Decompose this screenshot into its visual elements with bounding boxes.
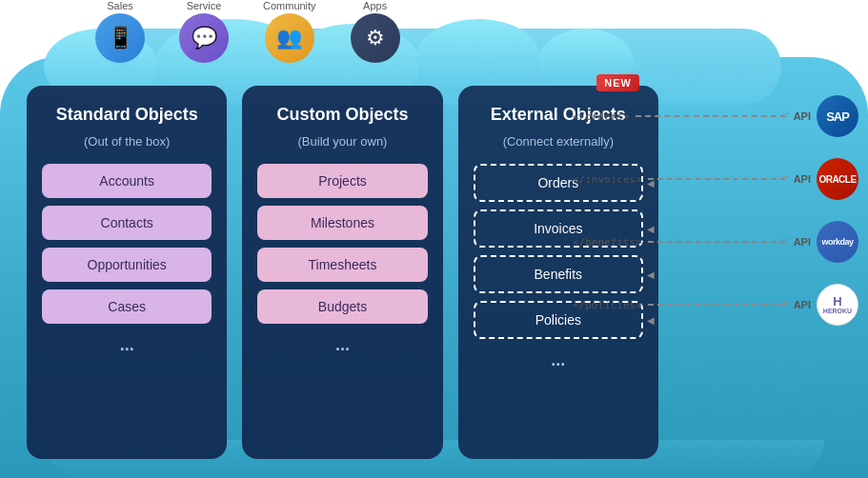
external-dots: ... [474,350,643,370]
service-label: Service [187,0,222,11]
custom-item-budgets[interactable]: Budgets [257,289,427,324]
standard-objects-title: Standard Objects [42,105,212,125]
custom-objects-subtitle: (Build your own) [257,134,427,149]
new-badge: NEW [596,74,639,91]
invoices-tag: </invoices> [573,173,642,186]
standard-item-accounts[interactable]: Accounts [42,164,212,198]
custom-item-projects[interactable]: Projects [257,164,427,198]
orders-api-label: API [794,110,811,122]
apps-icon-circle[interactable]: ⚙ [351,13,400,63]
custom-objects-panel: Custom Objects (Build your own) Projects… [242,86,442,459]
policies-api-label: API [794,299,811,310]
policies-dashes [648,304,786,306]
sap-logo: SAP [817,95,858,137]
main-content: Sales 📱 Service 💬 Community 👥 Apps ⚙ [0,0,868,478]
workday-text: workday [821,237,853,247]
benefits-api-label: API [794,236,811,248]
orders-tag: </orders> [573,110,630,123]
oracle-text: ORACLE [818,174,856,185]
api-row-orders: </orders> API SAP [573,95,858,137]
standard-item-opportunities[interactable]: Opportunities [42,248,212,282]
sap-text: SAP [826,110,849,124]
custom-objects-title: Custom Objects [257,105,427,125]
icon-item-community: Community 👥 [263,0,316,63]
api-connections-area: </orders> API SAP </invoices> API ORACLE… [573,95,858,326]
standard-objects-subtitle: (Out of the box) [42,134,212,149]
service-icon: 💬 [192,26,217,50]
heroku-text: HEROKU [823,308,852,314]
sales-label: Sales [107,0,133,11]
api-row-benefits: </benefits> API workday [573,221,858,263]
service-icon-circle[interactable]: 💬 [179,13,229,63]
custom-item-timesheets[interactable]: Timesheets [257,248,427,282]
standard-objects-panel: Standard Objects (Out of the box) Accoun… [27,86,227,459]
workday-logo: workday [817,221,858,263]
sales-icon: 📱 [108,26,133,50]
benefits-tag: </benefits> [573,236,642,249]
apps-label: Apps [363,0,387,11]
custom-item-milestones[interactable]: Milestones [257,206,427,240]
community-label: Community [263,0,316,11]
apps-icon: ⚙ [366,26,385,50]
icon-item-sales: Sales 📱 [95,0,145,63]
benefits-dashes [648,241,786,243]
policies-tag: </policies> [573,299,642,311]
standard-item-cases[interactable]: Cases [42,289,212,324]
custom-dots: ... [257,335,427,355]
api-row-invoices: </invoices> API ORACLE [573,158,858,200]
community-icon-circle[interactable]: 👥 [265,13,314,63]
heroku-h: H [833,295,841,308]
api-row-policies: </policies> API H HEROKU [573,284,858,326]
heroku-logo: H HEROKU [817,284,858,326]
icon-item-service: Service 💬 [179,0,229,63]
invoices-dashes [648,178,786,180]
invoices-api-label: API [794,173,811,185]
standard-dots: ... [42,335,212,355]
community-icon: 👥 [276,26,302,50]
icon-item-apps: Apps ⚙ [351,0,400,63]
top-icons-bar: Sales 📱 Service 💬 Community 👥 Apps ⚙ [95,0,400,63]
oracle-logo: ORACLE [817,158,858,200]
orders-dashes [636,115,786,117]
sales-icon-circle[interactable]: 📱 [95,13,145,63]
standard-item-contacts[interactable]: Contacts [42,206,212,240]
